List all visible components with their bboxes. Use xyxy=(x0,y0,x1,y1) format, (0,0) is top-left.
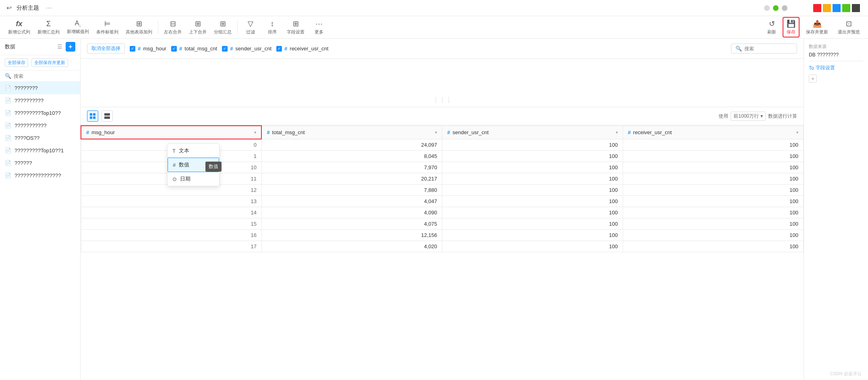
sidebar-item-4[interactable]: 📄 ??????????? xyxy=(0,119,80,132)
dropdown-item-date[interactable]: ⊙ 日期 xyxy=(168,172,219,186)
cell-receiver-5: 100 xyxy=(623,196,803,207)
th-receiver-arrow[interactable]: ▾ xyxy=(796,130,798,135)
sidebar-add-button[interactable]: + xyxy=(66,42,75,52)
sort-button[interactable]: ↕ 排序 xyxy=(262,18,283,37)
group-sum-button[interactable]: ⊞ 分组汇总 xyxy=(211,18,235,37)
th-total-msg-arrow[interactable]: ▾ xyxy=(435,130,437,135)
sidebar-item-6[interactable]: 📄 ?????????Top10??1 xyxy=(0,144,80,157)
merge-h-button[interactable]: ⊟ 左右合并 xyxy=(161,18,185,37)
sidebar-item-4-icon: 📄 xyxy=(5,123,11,129)
table-row: 17 4,020 100 100 xyxy=(81,241,804,252)
drag-handle[interactable]: ⋮⋮⋮ xyxy=(433,96,452,104)
th-sender-arrow[interactable]: ▾ xyxy=(616,130,618,135)
cancel-select-button[interactable]: 取消全部选择 xyxy=(87,44,125,54)
win-btn-red[interactable] xyxy=(813,4,821,12)
sidebar-item-2[interactable]: 📄 ?????????? xyxy=(0,94,80,107)
th-msg-hour-arrow[interactable]: ▾ xyxy=(254,130,256,135)
db-label: ???????? xyxy=(817,52,839,58)
rows-dropdown[interactable]: 前1000万行 ▾ xyxy=(731,112,766,121)
cell-total-msg-3: 20,217 xyxy=(261,173,442,185)
win-btn-dark[interactable] xyxy=(852,4,860,12)
right-panel-add-button[interactable]: + xyxy=(809,75,817,83)
sidebar-item-8-label: ???????????????? xyxy=(15,172,75,179)
merge-v-button[interactable]: ⊞ 上下合并 xyxy=(186,18,210,37)
data-toolbar: 使用 前1000万行 ▾ 数据进行计算 xyxy=(81,107,804,125)
th-sender[interactable]: # sender_usr_cnt ▾ xyxy=(442,126,623,139)
cell-receiver-2: 100 xyxy=(623,162,803,173)
right-panel: 数据来源 DB ???????? To 字段设置 + xyxy=(804,39,868,380)
svg-rect-0 xyxy=(90,113,92,116)
win-btn-blue[interactable] xyxy=(833,4,841,12)
cell-sender-9: 100 xyxy=(442,241,623,252)
sidebar-item-5[interactable]: 📄 ????OS?? xyxy=(0,132,80,144)
chip-label-receiver: receiver_usr_cnt xyxy=(290,46,328,52)
exit-preview-button[interactable]: ⊡ 退出并预览 xyxy=(835,18,863,37)
save-update-all-button[interactable]: 全部保存并更新 xyxy=(31,58,68,67)
date-type-icon: ⊙ xyxy=(172,176,177,182)
table-wrapper: T 文本 # 数值 ⊙ 日期 数值 xyxy=(81,125,804,380)
cell-sender-8: 100 xyxy=(442,230,623,241)
cell-msg-hour-7: 15 xyxy=(81,218,261,230)
toolbar: fx 新增公式列 Σ 新增汇总列 A↓ 新增赋值列 ⊨ 条件标签列 ⊞ 其他表添… xyxy=(0,16,868,39)
sidebar-header: 数据 ☰ + xyxy=(0,39,80,55)
chip-checkbox-sender[interactable]: ✓ xyxy=(222,46,228,52)
back-icon[interactable]: ↩ xyxy=(6,4,12,12)
filter-button[interactable]: ▽ 过滤 xyxy=(240,18,261,37)
table-row: 16 12,156 100 100 xyxy=(81,230,804,241)
sidebar-item-8[interactable]: 📄 ???????????????? xyxy=(0,169,80,182)
field-set-to-icon: To xyxy=(809,65,814,71)
table-row: 13 4,047 100 100 xyxy=(81,196,804,207)
field-set-button[interactable]: ⊞ 字段设置 xyxy=(284,18,308,37)
cell-msg-hour-8: 16 xyxy=(81,230,261,241)
sidebar-item-1[interactable]: 📄 ???????? xyxy=(0,82,80,94)
more-button[interactable]: ⋯ 更多 xyxy=(309,18,329,37)
dropdown-item-text[interactable]: T 文本 xyxy=(168,144,219,158)
field-set-link[interactable]: To 字段设置 xyxy=(809,64,863,71)
data-toolbar-right: 使用 前1000万行 ▾ 数据进行计算 xyxy=(719,112,797,121)
save-update-button[interactable]: 📤 保存并更新 xyxy=(803,18,831,37)
title-bar: ↩ 分析主题 ⋯ xyxy=(0,0,868,16)
sidebar-item-7-label: ?????? xyxy=(15,160,75,166)
refresh-button[interactable]: ↺ 刷新 xyxy=(764,18,779,37)
add-table-button[interactable]: ⊞ 其他表添加列 xyxy=(122,18,155,37)
chip-checkbox-total-msg[interactable]: ✓ xyxy=(171,46,177,52)
sum-button[interactable]: Σ 新增汇总列 xyxy=(34,18,63,37)
th-msg-hour[interactable]: # msg_hour ▾ xyxy=(81,126,261,139)
th-receiver-label: receiver_usr_cnt xyxy=(633,129,672,135)
win-btn-green[interactable] xyxy=(842,4,850,12)
svg-rect-3 xyxy=(93,116,95,119)
condition-button[interactable]: ⊨ 条件标签列 xyxy=(93,18,122,37)
window-controls xyxy=(813,4,860,12)
formula-button[interactable]: fx 新增公式列 xyxy=(5,18,33,37)
table-header-row: # msg_hour ▾ # total_msg_cnt ▾ xyxy=(81,126,804,139)
sidebar-item-8-icon: 📄 xyxy=(5,172,11,179)
cell-receiver-3: 100 xyxy=(623,173,803,185)
cell-receiver-7: 100 xyxy=(623,218,803,230)
th-total-msg[interactable]: # total_msg_cnt ▾ xyxy=(261,126,442,139)
chip-checkbox-receiver[interactable]: ✓ xyxy=(276,46,282,52)
sidebar-actions: 全部保存 全部保存并更新 xyxy=(0,55,80,71)
cell-total-msg-5: 4,047 xyxy=(261,196,442,207)
cell-receiver-8: 100 xyxy=(623,230,803,241)
th-receiver[interactable]: # receiver_usr_cnt ▾ xyxy=(623,126,803,139)
save-button[interactable]: 💾 保存 xyxy=(783,17,800,37)
sidebar-item-5-icon: 📄 xyxy=(5,135,11,141)
sidebar-settings-icon[interactable]: ☰ xyxy=(57,44,62,50)
win-btn-yellow[interactable] xyxy=(823,4,831,12)
cell-sender-3: 100 xyxy=(442,173,623,185)
sidebar-item-2-icon: 📄 xyxy=(5,98,11,104)
save-all-button[interactable]: 全部保存 xyxy=(5,58,28,67)
assign-button[interactable]: A↓ 新增赋值列 xyxy=(64,18,92,36)
sidebar-item-3[interactable]: 📄 ?????????Top10?? xyxy=(0,107,80,119)
header-search-input[interactable] xyxy=(744,46,793,52)
sidebar-search-icon: 🔍 xyxy=(5,73,11,79)
sidebar-search-input[interactable] xyxy=(14,73,75,79)
cell-total-msg-6: 4,090 xyxy=(261,207,442,218)
table-view-button[interactable] xyxy=(87,110,98,122)
chip-checkbox-msg-hour[interactable]: ✓ xyxy=(130,46,135,52)
split-view-button[interactable] xyxy=(102,110,113,122)
column-chip-total-msg: ✓ # total_msg_cnt xyxy=(171,46,217,52)
main-content: 数据 ☰ + 全部保存 全部保存并更新 🔍 📄 ???????? 📄 ?????… xyxy=(0,39,868,380)
more-icon[interactable]: ⋯ xyxy=(46,4,52,12)
sidebar-item-7[interactable]: 📄 ?????? xyxy=(0,157,80,169)
